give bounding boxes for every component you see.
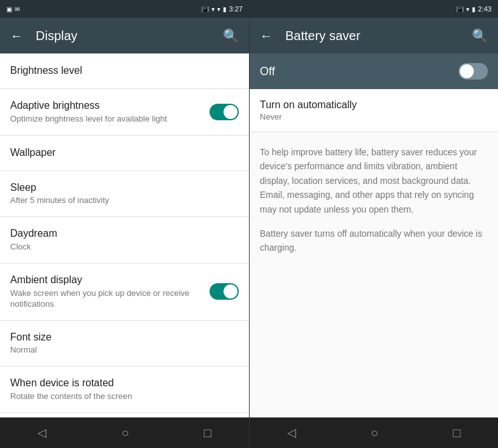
battery-off-label: Off bbox=[260, 65, 275, 78]
font-size-item[interactable]: Font size Normal bbox=[0, 321, 249, 367]
font-size-subtitle: Normal bbox=[10, 345, 239, 356]
screenshot-icon: ▣ bbox=[6, 6, 12, 13]
signal-icon: ▾ bbox=[211, 6, 215, 13]
ambient-display-toggle[interactable] bbox=[210, 283, 239, 300]
left-time: 3:27 bbox=[229, 5, 243, 13]
right-vibrate-icon: 📳 bbox=[456, 6, 464, 13]
adaptive-brightness-toggle[interactable] bbox=[210, 104, 239, 120]
rotation-title: When device is rotated bbox=[10, 377, 239, 390]
right-nav-back-button[interactable] bbox=[274, 421, 309, 445]
left-nav-back-button[interactable] bbox=[25, 421, 59, 445]
cast-item[interactable]: Cast bbox=[0, 413, 249, 417]
sleep-item[interactable]: Sleep After 5 minutes of inactivity bbox=[0, 171, 249, 218]
daydream-item[interactable]: Daydream Clock bbox=[0, 217, 249, 263]
battery-description: To help improve battery life, battery sa… bbox=[250, 132, 498, 268]
turn-on-automatically-value: Never bbox=[260, 112, 488, 122]
wifi-icon: ▾ bbox=[217, 6, 220, 13]
battery-search-button[interactable]: 🔍 bbox=[472, 28, 488, 43]
left-status-bar: ▣ ✉ 📳 ▾ ▾ ▮ 3:27 bbox=[0, 0, 249, 18]
sleep-subtitle: After 5 minutes of inactivity bbox=[10, 195, 239, 206]
status-bar-left-icons: ▣ ✉ bbox=[6, 6, 20, 13]
daydream-title: Daydream bbox=[10, 227, 239, 241]
display-search-button[interactable]: 🔍 bbox=[223, 28, 239, 43]
battery-saver-toggle-knob bbox=[460, 64, 474, 78]
right-status-bar-right: 📳 ▾ ▮ 2:43 bbox=[456, 5, 492, 13]
daydream-subtitle: Clock bbox=[10, 242, 239, 253]
display-back-button[interactable]: ← bbox=[10, 29, 23, 43]
wallpaper-title: Wallpaper bbox=[10, 146, 239, 160]
battery-icon: ▮ bbox=[223, 6, 227, 13]
rotation-item[interactable]: When device is rotated Rotate the conten… bbox=[0, 367, 249, 413]
display-panel: ▣ ✉ 📳 ▾ ▾ ▮ 3:27 ← Display 🔍 Brightness … bbox=[0, 0, 249, 448]
ambient-display-item[interactable]: Ambient display Wake screen when you pic… bbox=[0, 263, 249, 321]
turn-on-automatically-title: Turn on automatically bbox=[260, 99, 488, 111]
battery-saver-toggle[interactable] bbox=[459, 63, 488, 80]
right-signal-icon: ▾ bbox=[466, 6, 469, 13]
font-size-title: Font size bbox=[10, 331, 239, 344]
display-top-bar: ← Display 🔍 bbox=[0, 18, 249, 53]
right-time: 2:43 bbox=[478, 5, 492, 13]
battery-description-1: To help improve battery life, battery sa… bbox=[260, 145, 488, 216]
wallpaper-item[interactable]: Wallpaper bbox=[0, 136, 249, 171]
left-bottom-nav bbox=[0, 417, 249, 448]
ambient-display-subtitle: Wake screen when you pick up device or r… bbox=[10, 288, 210, 310]
adaptive-brightness-toggle-knob bbox=[224, 105, 238, 119]
sleep-title: Sleep bbox=[10, 181, 239, 195]
battery-top-bar: ← Battery saver 🔍 bbox=[250, 18, 498, 53]
brightness-level-item[interactable]: Brightness level bbox=[0, 53, 249, 89]
adaptive-brightness-title: Adaptive brightness bbox=[10, 99, 210, 113]
ambient-display-title: Ambient display bbox=[10, 274, 210, 287]
status-bar-right: 📳 ▾ ▾ ▮ 3:27 bbox=[201, 5, 243, 13]
message-icon: ✉ bbox=[15, 6, 20, 13]
battery-off-bar: Off bbox=[250, 53, 498, 89]
brightness-level-title: Brightness level bbox=[10, 64, 239, 78]
battery-content-area: Turn on automatically Never To help impr… bbox=[250, 89, 498, 417]
right-nav-home-button[interactable] bbox=[358, 421, 391, 445]
adaptive-brightness-item[interactable]: Adaptive brightness Optimize brightness … bbox=[0, 89, 249, 136]
battery-saver-panel: 📳 ▾ ▮ 2:43 ← Battery saver 🔍 Off Turn on… bbox=[249, 0, 498, 448]
right-status-bar: 📳 ▾ ▮ 2:43 bbox=[250, 0, 498, 18]
adaptive-brightness-subtitle: Optimize brightness level for available … bbox=[10, 114, 210, 125]
right-bottom-nav bbox=[250, 417, 498, 448]
battery-description-2: Battery saver turns off automatically wh… bbox=[260, 227, 488, 255]
battery-title: Battery saver bbox=[285, 29, 472, 43]
vibrate-icon: 📳 bbox=[201, 6, 209, 13]
display-title: Display bbox=[36, 29, 223, 43]
ambient-display-toggle-knob bbox=[224, 284, 238, 298]
rotation-subtitle: Rotate the contents of the screen bbox=[10, 391, 239, 402]
left-nav-recents-button[interactable] bbox=[191, 421, 224, 445]
left-nav-home-button[interactable] bbox=[108, 421, 141, 445]
turn-on-automatically-item[interactable]: Turn on automatically Never bbox=[250, 89, 498, 132]
battery-back-button[interactable]: ← bbox=[260, 29, 273, 43]
right-nav-recents-button[interactable] bbox=[440, 421, 473, 445]
right-battery-icon: ▮ bbox=[472, 6, 476, 13]
display-settings-list: Brightness level Adaptive brightness Opt… bbox=[0, 53, 249, 417]
